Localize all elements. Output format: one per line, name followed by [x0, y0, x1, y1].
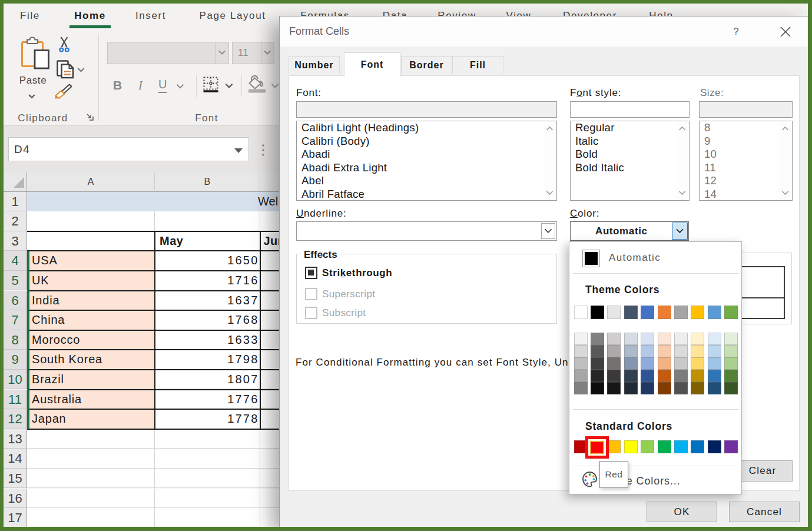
size-list[interactable]: 8910111214	[699, 121, 793, 201]
color-combo-button[interactable]	[672, 223, 688, 240]
cell-a14[interactable]	[27, 449, 155, 469]
cut-icon[interactable]	[59, 36, 69, 53]
theme-variant-swatch-0-3[interactable]	[574, 370, 588, 382]
theme-variant-swatch-4-3[interactable]	[641, 370, 654, 382]
theme-variant-swatch-3-0[interactable]	[624, 333, 638, 345]
row-header-14[interactable]: 14	[4, 449, 27, 469]
theme-variant-swatch-9-0[interactable]	[724, 333, 738, 345]
row-header-15[interactable]: 15	[4, 469, 27, 489]
cell-b13[interactable]	[155, 429, 260, 449]
paste-dropdown-chevron-icon[interactable]	[28, 92, 35, 98]
font-list-item-4[interactable]: Abel	[297, 174, 556, 188]
cell-country-usa[interactable]: USA	[27, 251, 155, 271]
theme-variant-swatch-7-3[interactable]	[691, 370, 704, 382]
scrollbar-up-icon[interactable]	[678, 126, 686, 132]
theme-variant-swatch-1-1[interactable]	[591, 345, 604, 357]
theme-variant-swatch-8-1[interactable]	[708, 345, 721, 357]
cell-a15[interactable]	[27, 469, 155, 489]
row-header-7[interactable]: 7	[4, 310, 27, 330]
font-name-chevron-icon[interactable]	[216, 42, 228, 64]
cell-b15[interactable]	[155, 469, 260, 489]
size-item-5[interactable]: 14	[700, 188, 792, 201]
theme-variant-swatch-4-0[interactable]	[641, 333, 654, 345]
ribbon-tab-home[interactable]: Home	[69, 4, 111, 28]
underline-combo-button[interactable]	[541, 223, 555, 239]
cell-country-morocco[interactable]: Morocco	[27, 330, 155, 350]
cell-value-row10[interactable]: 1807	[155, 370, 260, 390]
row-header-4[interactable]: 4	[4, 251, 27, 271]
size-list-scrollbar[interactable]	[779, 122, 791, 200]
scrollbar-down-icon[interactable]	[546, 190, 554, 195]
theme-variant-swatch-1-0[interactable]	[591, 333, 604, 345]
standard-color-swatch-8[interactable]	[708, 440, 721, 453]
standard-color-swatch-5[interactable]	[658, 440, 671, 453]
theme-variant-swatch-3-2[interactable]	[624, 357, 638, 370]
size-item-1[interactable]: 9	[700, 135, 792, 148]
theme-variant-swatch-6-2[interactable]	[674, 357, 688, 370]
font-style-scrollbar[interactable]	[676, 122, 688, 200]
standard-color-swatch-9[interactable]	[724, 440, 738, 453]
size-item-0[interactable]: 8	[700, 121, 792, 135]
cell-b3-may[interactable]: May	[155, 231, 260, 251]
scrollbar-up-icon[interactable]	[781, 126, 789, 132]
theme-variant-swatch-2-2[interactable]	[607, 357, 621, 370]
cell-a2[interactable]	[27, 211, 155, 231]
dialog-tab-fill[interactable]: Fill	[452, 56, 503, 74]
borders-dropdown-chevron-icon[interactable]	[225, 82, 233, 89]
size-item-3[interactable]: 11	[700, 161, 792, 175]
row-header-16[interactable]: 16	[4, 489, 27, 509]
size-item-2[interactable]: 10	[700, 148, 792, 161]
row-header-2[interactable]: 2	[4, 211, 27, 231]
automatic-color-swatch[interactable]	[582, 250, 600, 267]
column-header-c-partial[interactable]	[260, 172, 280, 192]
theme-variant-swatch-9-4[interactable]	[724, 382, 738, 394]
theme-variant-swatch-5-2[interactable]	[658, 357, 671, 370]
cell-b2[interactable]	[155, 211, 260, 231]
dialog-tab-number[interactable]: Number	[289, 56, 340, 74]
theme-variant-swatch-4-4[interactable]	[641, 382, 654, 394]
size-item-4[interactable]: 12	[700, 174, 792, 188]
standard-color-swatch-6[interactable]	[674, 440, 688, 453]
cell-a16[interactable]	[27, 489, 155, 509]
theme-variant-swatch-3-1[interactable]	[624, 345, 638, 357]
theme-variant-swatch-1-3[interactable]	[591, 370, 604, 382]
font-list-item-5[interactable]: Abril Fatface	[297, 188, 556, 201]
font-list-scrollbar[interactable]	[543, 122, 556, 200]
subscript-checkbox[interactable]	[305, 307, 317, 319]
column-header-a[interactable]: A	[27, 172, 155, 192]
cell-b16[interactable]	[155, 489, 260, 509]
cancel-button[interactable]: Cancel	[729, 502, 800, 522]
cell-country-china[interactable]: China	[27, 310, 155, 330]
scrollbar-up-icon[interactable]	[546, 126, 554, 132]
theme-variant-swatch-8-2[interactable]	[708, 357, 721, 370]
theme-variant-swatch-0-0[interactable]	[574, 333, 588, 345]
font-style-item-2[interactable]: Bold	[571, 148, 689, 161]
font-style-list[interactable]: RegularItalicBoldBold Italic	[570, 121, 690, 201]
cell-country-uk[interactable]: UK	[27, 271, 155, 291]
clipboard-dialog-launcher-icon[interactable]	[85, 112, 94, 121]
ribbon-font-size-combobox[interactable]: 11	[232, 42, 274, 64]
theme-variant-swatch-5-1[interactable]	[658, 345, 671, 357]
superscript-checkbox[interactable]	[305, 288, 317, 300]
theme-variant-swatch-2-1[interactable]	[607, 345, 621, 357]
theme-variant-swatch-6-0[interactable]	[674, 333, 688, 345]
cell-a3[interactable]	[27, 231, 155, 251]
cell-value-row9[interactable]: 1798	[155, 350, 260, 370]
ribbon-tab-page-layout[interactable]: Page Layout	[195, 4, 270, 28]
theme-color-swatch-2[interactable]	[607, 306, 621, 319]
theme-variant-swatch-2-3[interactable]	[607, 370, 621, 382]
font-list[interactable]: Calibri Light (Headings)Calibri (Body)Ab…	[296, 121, 557, 201]
font-size-chevron-icon[interactable]	[261, 42, 274, 64]
cell-value-row12[interactable]: 1778	[155, 409, 260, 429]
row-header-17[interactable]: 17	[4, 508, 27, 527]
theme-color-swatch-4[interactable]	[641, 306, 654, 319]
cell-a13[interactable]	[27, 429, 155, 449]
row-header-6[interactable]: 6	[4, 291, 27, 311]
theme-variant-swatch-3-4[interactable]	[624, 382, 638, 394]
cell-value-row11[interactable]: 1776	[155, 390, 260, 410]
font-style-item-1[interactable]: Italic	[571, 135, 689, 148]
theme-variant-swatch-8-0[interactable]	[708, 333, 721, 345]
theme-variant-swatch-8-3[interactable]	[708, 370, 721, 382]
dialog-help-icon[interactable]: ?	[729, 16, 743, 47]
theme-color-swatch-9[interactable]	[724, 306, 738, 319]
